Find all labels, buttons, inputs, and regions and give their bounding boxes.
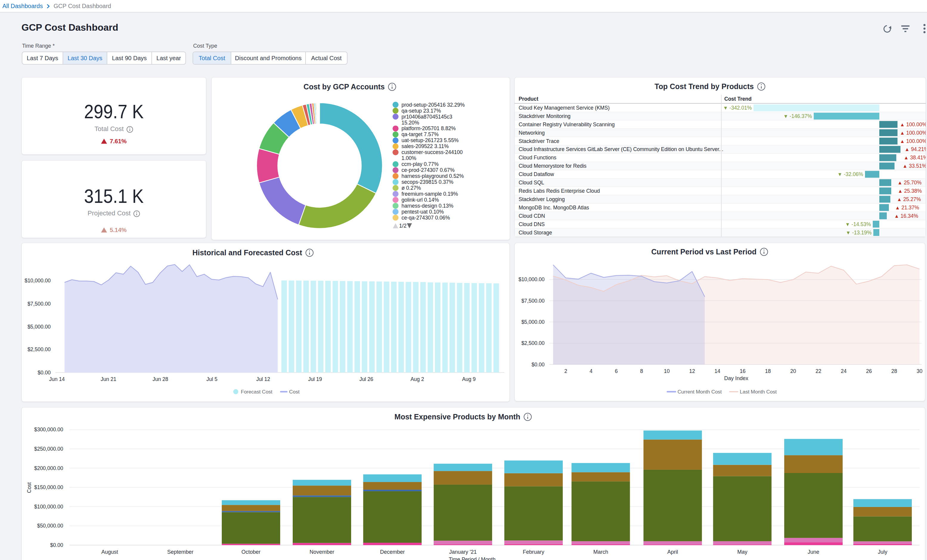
svg-text:September: September [167,549,193,555]
svg-text:▲ 25.70%: ▲ 25.70% [898,180,922,185]
svg-text:10: 10 [664,368,670,374]
svg-text:▼ -13.19%: ▼ -13.19% [846,230,872,235]
svg-text:$0.00: $0.00 [38,370,51,376]
svg-text:▲ 25.38%: ▲ 25.38% [898,188,922,194]
svg-text:4: 4 [590,368,593,374]
svg-text:26: 26 [866,368,872,374]
svg-text:ccm-play 0.77%: ccm-play 0.77% [401,161,439,167]
svg-text:$300,000.00: $300,000.00 [34,426,64,433]
svg-text:▼ -32.06%: ▼ -32.06% [837,171,863,177]
svg-text:▲ 21.37%: ▲ 21.37% [895,205,919,211]
svg-text:Redis Labs Redis Enterprise Cl: Redis Labs Redis Enterprise Cloud [519,188,600,194]
svg-text:Jun 14: Jun 14 [49,376,65,382]
svg-text:March: March [593,549,608,555]
svg-text:8: 8 [640,368,643,374]
svg-text:sales-209522 3.11%: sales-209522 3.11% [401,143,448,149]
svg-text:customer-success-244100: customer-success-244100 [401,149,463,155]
svg-text:▲ 100.00%: ▲ 100.00% [900,130,926,136]
svg-text:Stackdriver Trace: Stackdriver Trace [519,138,559,144]
svg-text:Container Registry Vulnerabili: Container Registry Vulnerability Scannin… [519,121,615,127]
svg-text:harness-playground 0.52%: harness-playground 0.52% [401,173,464,179]
svg-text:February: February [523,549,544,555]
svg-text:Forecast Cost: Forecast Cost [241,389,272,395]
svg-text:pr10406a87045145c3: pr10406a87045145c3 [401,114,452,120]
svg-text:▲ 100.00%: ▲ 100.00% [900,121,926,127]
svg-text:$0.00: $0.00 [532,362,545,367]
svg-text:12: 12 [689,368,695,374]
svg-text:$2,500.00: $2,500.00 [521,340,545,346]
svg-text:1/2: 1/2 [399,223,407,229]
svg-text:Product: Product [519,96,538,102]
svg-text:qa-setup 23.17%: qa-setup 23.17% [401,108,441,114]
svg-text:Cloud Functions: Cloud Functions [519,155,556,161]
svg-text:▲ 25.27%: ▲ 25.27% [897,196,921,202]
svg-text:Current Month Cost: Current Month Cost [678,389,722,395]
svg-text:ø 0.27%: ø 0.27% [401,185,421,191]
svg-text:▲ 38.41%: ▲ 38.41% [904,155,926,161]
svg-text:$5,000.00: $5,000.00 [27,324,51,330]
svg-text:$7,500.00: $7,500.00 [27,301,51,307]
svg-text:Time Period / Month: Time Period / Month [449,556,496,560]
svg-text:secops-239815 0.37%: secops-239815 0.37% [401,179,453,185]
svg-text:golink-url 0.14%: golink-url 0.14% [401,197,439,203]
svg-text:18: 18 [765,368,770,374]
svg-text:$150,000.00: $150,000.00 [34,484,64,490]
svg-text:June: June [807,549,819,555]
svg-text:16: 16 [740,368,745,374]
svg-text:Jul 26: Jul 26 [359,376,374,382]
svg-text:Cost: Cost [289,389,299,395]
svg-text:$10,000.00: $10,000.00 [518,276,545,282]
svg-text:May: May [737,549,747,555]
svg-text:Cloud Infrastructure Services: Cloud Infrastructure Services GitLab Ser… [519,146,723,152]
svg-text:$250,000.00: $250,000.00 [34,446,64,452]
svg-text:▼ -146.37%: ▼ -146.37% [783,113,812,119]
svg-text:$10,000.00: $10,000.00 [24,278,51,284]
svg-text:$50,000.00: $50,000.00 [37,523,63,529]
svg-text:December: December [380,549,405,555]
svg-text:Jul 5: Jul 5 [207,376,217,382]
svg-text:Cloud CDN: Cloud CDN [519,213,545,219]
svg-text:Cloud DNS: Cloud DNS [519,221,545,227]
svg-text:freemium-sample 0.19%: freemium-sample 0.19% [401,191,458,197]
svg-text:22: 22 [816,368,821,374]
svg-text:Cloud Key Management Service (: Cloud Key Management Service (KMS) [519,105,609,111]
svg-text:Cost Trend: Cost Trend [724,96,751,102]
svg-text:uat-setup-261723 5.55%: uat-setup-261723 5.55% [401,137,459,143]
svg-text:2: 2 [564,368,567,374]
svg-text:▲ 100.00%: ▲ 100.00% [900,138,926,144]
svg-text:Stackdriver Monitoring: Stackdriver Monitoring [519,113,570,119]
svg-text:Stackdriver Logging: Stackdriver Logging [519,196,565,202]
svg-text:$5,000.00: $5,000.00 [521,319,545,325]
svg-text:Jun 28: Jun 28 [153,376,169,382]
svg-text:▼ -342.01%: ▼ -342.01% [723,105,752,111]
svg-text:August: August [101,549,118,555]
svg-text:MongoDB Inc. MongoDB Atlas: MongoDB Inc. MongoDB Atlas [519,205,589,211]
svg-text:▲ 16.34%: ▲ 16.34% [894,213,918,219]
svg-text:$2,500.00: $2,500.00 [27,346,51,352]
svg-text:April: April [667,549,678,555]
svg-text:harness-design 0.13%: harness-design 0.13% [401,203,453,209]
svg-text:Jul 19: Jul 19 [308,376,322,382]
svg-text:14: 14 [714,368,720,374]
svg-text:6: 6 [615,368,618,374]
svg-text:▲ 94.21%: ▲ 94.21% [905,146,926,152]
svg-text:Aug 9: Aug 9 [462,376,476,382]
svg-text:$7,500.00: $7,500.00 [521,298,545,304]
svg-text:Cost: Cost [26,482,32,493]
svg-text:15.20%: 15.20% [401,120,419,126]
svg-text:ce-qa-274307 0.06%: ce-qa-274307 0.06% [401,215,450,221]
svg-text:ce-prod-274307 0.67%: ce-prod-274307 0.67% [401,167,454,173]
svg-text:$100,000.00: $100,000.00 [34,504,64,510]
svg-text:Last Month Cost: Last Month Cost [740,389,777,395]
svg-text:Jun 21: Jun 21 [101,376,117,382]
svg-text:Cloud Storage: Cloud Storage [519,230,552,235]
svg-text:platform-205701 8.82%: platform-205701 8.82% [401,125,456,131]
svg-text:Cloud Dataflow: Cloud Dataflow [519,171,554,177]
svg-text:January '21: January '21 [449,549,477,555]
svg-text:July: July [878,549,887,555]
svg-text:pentest-uat 0.10%: pentest-uat 0.10% [401,209,444,215]
svg-text:qa-target 7.57%: qa-target 7.57% [401,131,439,137]
svg-text:1.00%: 1.00% [401,155,416,161]
svg-text:$0.00: $0.00 [50,542,63,548]
svg-text:20: 20 [790,368,796,374]
